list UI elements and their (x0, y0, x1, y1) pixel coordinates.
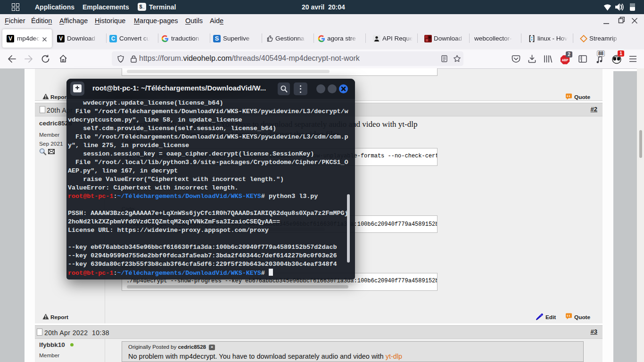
svg-text:ABP: ABP (562, 58, 569, 62)
